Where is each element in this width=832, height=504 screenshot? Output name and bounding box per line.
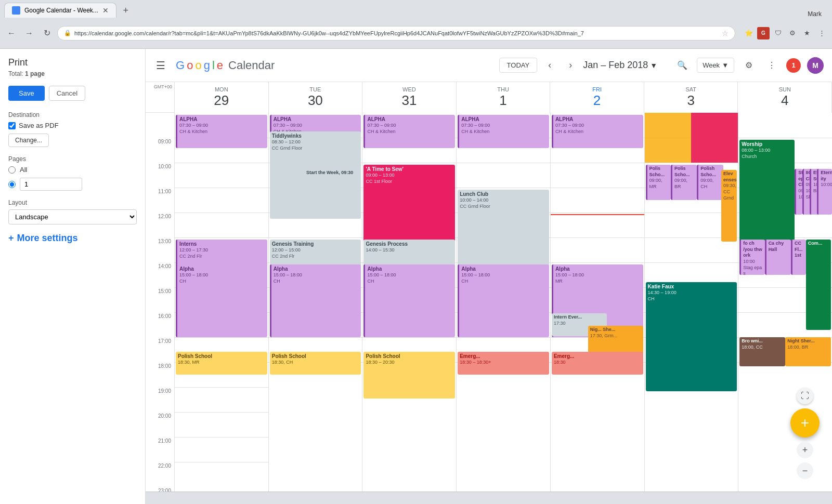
pages-all-radio[interactable] [8,166,16,174]
day-header-sat: SAT 3 [644,82,738,113]
zoom-in-button[interactable]: + [797,442,813,458]
event-sun-com[interactable]: Com... [806,240,831,330]
apps-icon[interactable]: ⋮ [763,57,780,74]
event-wed-alpha[interactable]: ALPHA 07:30 – 09:00 CH & Kitchen [363,115,455,148]
settings-icon[interactable]: ⚙ [740,57,757,74]
browser-toolbar: ⭐ G 🛡 ⚙ ★ ⋮ [743,27,828,39]
event-wed-polish[interactable]: Polish School 18:30 – 20:30 [363,352,455,399]
user-label: Mark [801,10,828,18]
event-sun-etern[interactable]: Etern ity 10:00 [817,169,832,215]
chevron-down-icon: ▼ [650,61,657,70]
logo-g2: g [204,59,210,72]
gmt-label: GMT+00 [146,82,175,113]
event-fri-alpha[interactable]: ALPHA 07:30 – 09:00 CH & Kitchen [552,115,643,148]
event-sat-polish2[interactable]: Polis Scho... 09:00, BR [671,165,697,200]
url-text: https://calendar.google.com/calendar/r?t… [74,30,584,36]
tab-title: Google Calendar - Week... [24,7,98,14]
event-sun-night[interactable]: Night Sher... 18:00, BR [785,337,831,366]
pages-custom-radio[interactable] [8,181,16,188]
event-sat-katie[interactable]: Katie Faux 14:30 – 19:00 CH [646,282,737,391]
save-as-pdf-checkbox[interactable] [8,122,16,129]
event-tue-alpha2[interactable]: Alpha 15:00 – 18:00 CH [270,264,361,337]
extension-icon-4[interactable]: ★ [801,27,813,39]
week-view-button[interactable]: Week ▼ [697,58,734,73]
event-thu-alpha2[interactable]: Alpha 15:00 – 18:00 CH [458,264,549,337]
extension-icon-1[interactable]: G [757,27,770,39]
print-title: Print [8,57,137,68]
event-mon-alpha[interactable]: ALPHA 07:30 – 09:00 CH & Kitchen [176,115,267,148]
user-avatar[interactable]: M [807,57,824,74]
hamburger-menu[interactable]: ☰ [154,57,167,74]
day-col-fri[interactable]: ALPHA 07:30 – 09:00 CH & Kitchen Alpha 1… [551,113,645,504]
layout-select[interactable]: Landscape [8,209,137,224]
change-button[interactable]: Change... [8,134,49,147]
day-col-tue[interactable]: ALPHA 07:30 – 09:00 CH & Kitchen Tiddlyw… [269,113,363,504]
next-button[interactable]: › [562,57,579,74]
event-sat-polish1[interactable]: Polis Scho... 09:00, MR [646,165,671,200]
sat-pink-block [691,113,738,163]
save-as-pdf-label: Save as PDF [19,122,59,129]
calendar-area: ☰ G o o g l e Calendar TODAY ‹ › Jan – F… [146,49,832,504]
date-range[interactable]: Jan – Feb 2018 ▼ [583,60,657,71]
calendar-nav: TODAY ‹ › Jan – Feb 2018 ▼ [499,57,658,74]
menu-icon[interactable]: ⋮ [815,27,828,39]
day-col-thu[interactable]: ALPHA 07:30 – 09:00 CH & Kitchen Lunch C… [457,113,551,504]
logo-o2: o [195,59,201,72]
event-thu-alpha[interactable]: ALPHA 07:30 – 09:00 CH & Kitchen [458,115,549,148]
cancel-button[interactable]: Cancel [49,86,85,101]
refresh-button[interactable]: ↻ [40,26,54,41]
extension-icon-3[interactable]: ⚙ [786,27,799,39]
event-fri-night[interactable]: Nig... She... 17:30, Grm... [588,326,643,355]
event-fri-emerg[interactable]: Emerg... 18:30 [552,352,643,375]
star-icon[interactable]: ☆ [722,29,729,37]
zoom-expand-button[interactable]: ⛶ [797,388,813,404]
google-calendar-logo: G o o g l e Calendar [176,59,275,72]
page-number-input[interactable] [20,178,82,191]
logo-e: e [217,59,223,72]
now-line [551,214,644,215]
day-col-mon[interactable]: ALPHA 07:30 – 09:00 CH & Kitchen Interns… [175,113,269,504]
prev-button[interactable]: ‹ [541,57,558,74]
bookmark-icon[interactable]: ⭐ [743,27,755,39]
event-tue-polish[interactable]: Polish School 18:30, CH [270,352,361,375]
pages-all-label: All [20,166,27,174]
logo-o1: o [187,59,193,72]
browser-tab[interactable]: Google Calendar - Week... ✕ [4,3,116,18]
tab-favicon [12,6,20,15]
event-mon-polish[interactable]: Polish School 18:30, MR [176,352,267,375]
create-event-fab[interactable]: + [790,408,820,437]
event-sun-fo[interactable]: fo ch /you thw ork 10:00 Stag epa s [739,240,764,275]
grid-body: 09:00 10:00 11:00 12:00 13:00 14:00 15:0… [146,113,832,504]
today-button[interactable]: TODAY [499,58,538,73]
address-bar[interactable]: 🔒 https://calendar.google.com/calendar/r… [57,26,735,41]
event-tue-start-week[interactable]: Start the Week, 09:30 [304,169,361,188]
extension-icon-2[interactable]: 🛡 [772,27,784,39]
new-tab-button[interactable]: + [119,3,133,18]
event-mon-alpha2[interactable]: Alpha 15:00 – 18:00 CH [176,264,267,337]
event-sun-cc[interactable]: CC Fl... 1st [791,240,806,275]
zoom-out-button[interactable]: − [797,462,813,479]
more-settings-button[interactable]: + More settings [8,233,137,244]
day-header-sun: SUN 4 [738,82,832,113]
logo-calendar-text: Calendar [228,59,275,72]
forward-button[interactable]: → [22,26,36,41]
back-button[interactable]: ← [4,26,19,41]
event-sun-browni[interactable]: Bro wni... 18:00, CC [739,337,785,366]
save-button[interactable]: Save [8,86,45,101]
event-sun-step[interactable]: St ep Ch... 09:30, 10... [795,169,802,215]
day-col-sat[interactable]: Polis Scho... 09:00, MR Polis Scho... 09… [645,113,739,504]
notification-badge[interactable]: 1 [786,58,801,73]
event-wed-alpha2[interactable]: Alpha 15:00 – 18:00 CH [363,264,455,337]
event-sat-polish3[interactable]: Polish Scho... 09:00, CH [697,165,723,200]
event-sun-ca[interactable]: Ca chy Hall [765,240,791,275]
destination-label: Destination [8,111,137,118]
dropdown-arrow: ▼ [722,61,729,69]
print-total: Total: 1 page [8,70,137,77]
calendar-actions: 🔍 Week ▼ ⚙ ⋮ 1 M [674,57,824,74]
search-icon[interactable]: 🔍 [674,57,691,74]
day-col-wed[interactable]: ALPHA 07:30 – 09:00 CH & Kitchen 'A Time… [362,113,457,504]
event-sat-elev[interactable]: Elev enses 09:30, CC Grnd [721,170,737,242]
close-tab-icon[interactable]: ✕ [102,6,109,15]
print-panel: Print Total: 1 page Save Cancel Destinat… [0,49,146,504]
event-thu-emerg[interactable]: Emerg... 18:30 – 18:30+ [458,352,549,375]
